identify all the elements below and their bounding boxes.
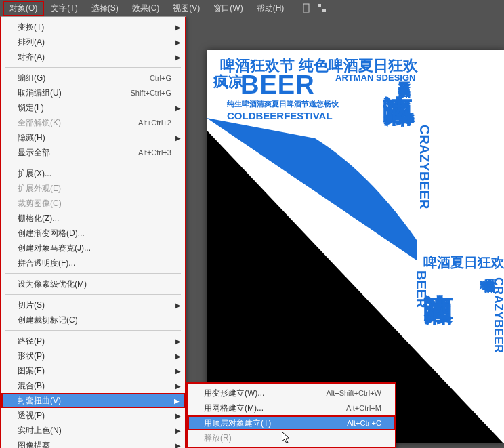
menu-effect[interactable]: 效果(C) <box>125 1 167 16</box>
menu-window[interactable]: 窗口(W) <box>207 1 249 16</box>
menu-show-all[interactable]: 显示全部Alt+Ctrl+3 <box>1 145 185 160</box>
menu-unlock-all: 全部解锁(K)Alt+Ctrl+2 <box>1 115 185 130</box>
menu-sep <box>5 330 181 331</box>
submenu-make-warp[interactable]: 用变形建立(W)...Alt+Shift+Ctrl+W <box>188 386 395 401</box>
menu-type[interactable]: 文字(T) <box>44 1 84 16</box>
chevron-right-icon: ▶ <box>175 352 181 360</box>
menu-arrange[interactable]: 排列(A)▶ <box>1 35 185 49</box>
cursor-icon <box>282 432 293 445</box>
chevron-right-icon: ▶ <box>175 134 181 142</box>
menu-lock[interactable]: 锁定(L)▶ <box>1 100 185 115</box>
menu-perspective[interactable]: 透视(P)▶ <box>1 408 185 423</box>
menu-pattern[interactable]: 图案(E)▶ <box>1 363 185 378</box>
menu-sep <box>5 67 181 68</box>
doc-icon[interactable] <box>302 3 312 13</box>
menu-envelope-distort[interactable]: 封套扭曲(V)▶ <box>1 393 185 408</box>
submenu-make-mesh[interactable]: 用网格建立(M)...Alt+Ctrl+M <box>188 401 395 415</box>
menu-pixel-perfect[interactable]: 设为像素级优化(M) <box>1 277 185 291</box>
menu-gradient-mesh[interactable]: 创建渐变网格(D)... <box>1 226 185 241</box>
menu-trim-marks[interactable]: 创建裁切标记(C) <box>1 312 185 327</box>
menu-group[interactable]: 编组(G)Ctrl+G <box>1 70 185 85</box>
menu-object-mosaic[interactable]: 创建对象马赛克(J)... <box>1 241 185 256</box>
art-text: BEER <box>413 270 429 308</box>
menu-slice[interactable]: 切片(S)▶ <box>1 298 185 312</box>
svg-rect-0 <box>303 4 309 12</box>
menu-expand[interactable]: 扩展(X)... <box>1 166 185 181</box>
submenu-make-top-object[interactable]: 用顶层对象建立(T)Alt+Ctrl+C <box>188 415 395 430</box>
menu-expand-appearance: 扩展外观(E) <box>1 181 185 196</box>
chevron-right-icon: ▶ <box>175 302 181 309</box>
menu-sep <box>5 163 181 163</box>
chevron-right-icon: ▶ <box>175 54 181 61</box>
svg-rect-2 <box>322 9 326 12</box>
menu-hide[interactable]: 隐藏(H)▶ <box>1 130 185 145</box>
menu-ungroup[interactable]: 取消编组(U)Shift+Ctrl+G <box>1 85 185 100</box>
menu-flatten[interactable]: 拼合透明度(F)... <box>1 256 185 270</box>
menubar: 对象(O) 文字(T) 选择(S) 效果(C) 视图(V) 窗口(W) 帮助(H… <box>0 0 504 16</box>
menubar-separator <box>295 3 295 14</box>
menu-image-trace[interactable]: 图像描摹▶ <box>1 438 185 448</box>
menu-crop-image: 裁剪图像(C) <box>1 196 185 211</box>
menu-shape[interactable]: 形状(P)▶ <box>1 348 185 363</box>
chevron-right-icon: ▶ <box>175 104 181 112</box>
menu-transform[interactable]: 变换(T)▶ <box>1 20 185 35</box>
menu-rasterize[interactable]: 栅格化(Z)... <box>1 211 185 226</box>
chevron-right-icon: ▶ <box>175 367 181 375</box>
chevron-right-icon: ▶ <box>175 382 181 390</box>
menu-select[interactable]: 选择(S) <box>85 1 125 16</box>
chevron-right-icon: ▶ <box>175 412 181 420</box>
object-menu-dropdown: 变换(T)▶ 排列(A)▶ 对齐(A)▶ 编组(G)Ctrl+G 取消编组(U)… <box>0 16 186 448</box>
menu-sep <box>5 273 181 274</box>
menu-align[interactable]: 对齐(A)▶ <box>1 49 185 64</box>
chevron-right-icon: ▶ <box>175 24 181 31</box>
art-text: 冰爽夏日 疯狂啤酒 <box>482 270 497 273</box>
chevron-right-icon: ▶ <box>174 397 180 405</box>
menu-path[interactable]: 路径(P)▶ <box>1 333 185 348</box>
chevron-right-icon: ▶ <box>175 442 181 449</box>
chevron-right-icon: ▶ <box>175 427 181 434</box>
art-text: 啤酒夏日狂欢 <box>423 253 504 272</box>
art-text: CRAZYBEER <box>491 277 504 353</box>
menu-live-paint[interactable]: 实时上色(N)▶ <box>1 423 185 438</box>
menu-help[interactable]: 帮助(H) <box>250 1 291 16</box>
menu-blend[interactable]: 混合(B)▶ <box>1 378 185 393</box>
svg-rect-1 <box>318 4 321 7</box>
chevron-right-icon: ▶ <box>175 39 181 46</box>
menu-view[interactable]: 视图(V) <box>166 1 207 16</box>
menu-sep <box>5 294 181 295</box>
chevron-right-icon: ▶ <box>175 338 181 345</box>
menu-object[interactable]: 对象(O) <box>3 1 44 16</box>
arrange-icon[interactable] <box>317 3 327 13</box>
